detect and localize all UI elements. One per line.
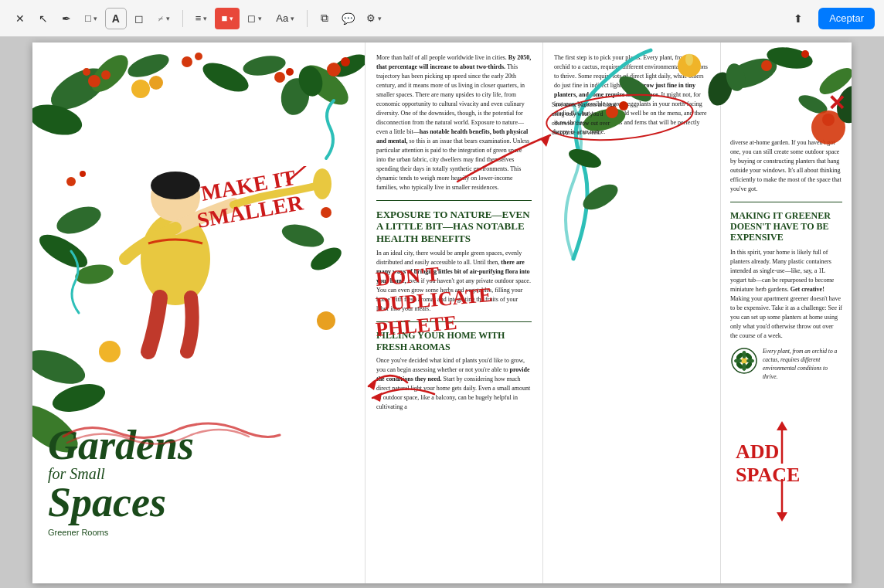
svg-point-9 <box>131 80 150 98</box>
text-tool[interactable]: A <box>105 8 127 29</box>
svg-point-24 <box>313 168 332 199</box>
svg-marker-60 <box>777 421 787 430</box>
comment-tool[interactable]: 💬 <box>337 8 359 29</box>
svg-point-28 <box>280 220 327 251</box>
right-body1: diverse at-home garden. If you haven't g… <box>730 138 842 194</box>
svg-point-17 <box>274 72 285 83</box>
mid-left-column: More than half of all people worldwide l… <box>365 42 542 583</box>
brush-tool[interactable]: ⌿ ▾ <box>151 8 176 29</box>
svg-point-34 <box>317 311 335 330</box>
subtitle: Greener Rooms <box>48 528 194 537</box>
toolbar: ✕ ↖ ✒ □ ▾ A ◻ ⌿ ▾ ≡ ▾ ■ ▾ ◻ ▾ Aa ▾ ⧉ 💬 ⚙… <box>0 0 884 37</box>
svg-point-10 <box>149 76 163 90</box>
page: Gardens for Small Spaces Greener Rooms M… <box>32 42 852 583</box>
svg-point-18 <box>286 68 294 76</box>
mid-right-column: The first step is to pick your plants. E… <box>542 42 720 583</box>
close-button[interactable]: ✕ <box>9 8 31 29</box>
duplicate-tool[interactable]: ⧉ <box>314 8 335 29</box>
font-tool[interactable]: Aa ▾ <box>270 8 301 29</box>
svg-point-19 <box>327 63 341 76</box>
settings-tool[interactable]: ⚙ ▾ <box>360 8 388 29</box>
right-divider <box>730 202 842 202</box>
lines-tool[interactable]: ≡ ▾ <box>189 8 214 29</box>
svg-point-23 <box>151 172 200 199</box>
svg-point-50 <box>741 358 747 364</box>
toolbar-right-group: ⧉ 💬 ⚙ ▾ <box>314 8 388 29</box>
svg-point-20 <box>341 57 350 66</box>
svg-text:SPACE: SPACE <box>736 464 800 486</box>
svg-point-32 <box>321 207 332 218</box>
divider2 <box>376 321 532 322</box>
svg-marker-62 <box>777 512 787 522</box>
eraser-tool[interactable]: ◻ <box>128 8 150 29</box>
svg-point-3 <box>125 49 172 82</box>
stroke-tool[interactable]: ◻ ▾ <box>241 8 268 29</box>
cursor-tool[interactable]: ↖ <box>32 8 54 29</box>
annotate-tool[interactable]: ✒ <box>56 8 77 29</box>
title-line1: Gardens <box>48 426 194 465</box>
divider <box>376 200 532 201</box>
svg-point-33 <box>99 341 121 362</box>
svg-point-25 <box>53 201 105 239</box>
svg-point-35 <box>32 343 90 390</box>
mid-right-body1: The first step is to pick your plants. E… <box>554 53 709 137</box>
svg-text:ADD: ADD <box>736 440 779 463</box>
svg-point-26 <box>35 228 93 274</box>
section1-heading: EXPOSURE TO NATURE—EVEN A LITTLE BIT—HAS… <box>376 209 532 245</box>
top-body-text: More than half of all people worldwide l… <box>376 53 532 192</box>
svg-point-5 <box>101 70 110 80</box>
section2-heading: FILLING YOUR HOME WITH FRESH AROMAS <box>376 330 532 352</box>
right-column: Save some planters at home using only wh… <box>720 42 852 583</box>
title-line3: Spaces <box>48 483 194 522</box>
x-mark-annotation: ✕ <box>828 93 845 114</box>
svg-point-11 <box>199 56 253 97</box>
share-button[interactable]: ⬆ <box>787 8 809 29</box>
section2-body: Once you've decided what kind of plants … <box>376 356 532 412</box>
separator-2 <box>307 10 308 27</box>
shapes-tool[interactable]: □ ▾ <box>79 8 104 29</box>
svg-point-6 <box>83 68 90 76</box>
svg-point-7 <box>182 56 192 67</box>
document-area: Gardens for Small Spaces Greener Rooms M… <box>0 37 884 588</box>
svg-point-36 <box>49 379 108 416</box>
svg-point-4 <box>88 75 100 87</box>
separator-1 <box>182 10 183 27</box>
icon-caption-text: Every plant, from an orchid to a cactus,… <box>763 347 842 382</box>
toolbar-left-group: ✕ ↖ ✒ □ ▾ A ◻ ⌿ ▾ <box>9 8 176 29</box>
section1-body: In an ideal city, there would be ample g… <box>376 249 532 314</box>
toolbar-format-group: ≡ ▾ ■ ▾ ◻ ▾ Aa ▾ <box>189 8 301 29</box>
title-area: Gardens for Small Spaces Greener Rooms <box>48 426 194 537</box>
right-body2: In this spirit, your home is likely full… <box>730 248 842 341</box>
svg-point-31 <box>80 171 86 177</box>
svg-point-30 <box>66 177 76 186</box>
svg-point-8 <box>195 53 202 60</box>
svg-point-29 <box>307 243 345 274</box>
fill-color-tool[interactable]: ■ ▾ <box>215 8 240 29</box>
right-section-heading: MAKING IT GREENERDOESN'T HAVE TO BEEXPEN… <box>730 210 842 243</box>
left-column: Gardens for Small Spaces Greener Rooms <box>32 42 365 583</box>
icon-caption-area: Every plant, from an orchid to a cactus,… <box>730 347 842 382</box>
accept-button[interactable]: Aceptar <box>818 8 875 29</box>
